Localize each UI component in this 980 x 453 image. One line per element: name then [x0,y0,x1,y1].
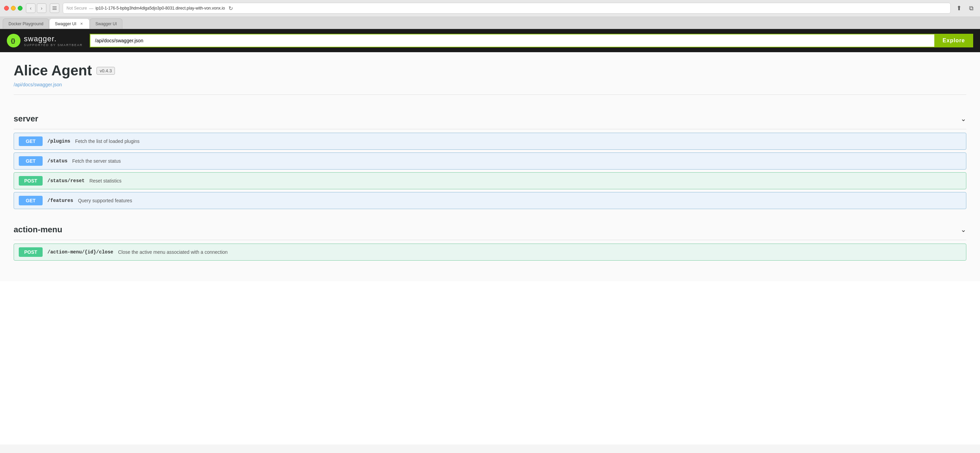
tab-bar: Docker Playground Swagger UI ✕ Swagger U… [0,16,980,29]
app-title-text: Alice Agent [14,62,92,79]
forward-button[interactable]: › [37,3,46,13]
reload-button[interactable]: ↻ [227,5,235,12]
endpoint-post-action-menu-close[interactable]: POST /action-menu/{id}/close Close the a… [14,244,966,261]
close-window-button[interactable] [4,6,9,11]
endpoint-path: /status/reset [48,178,84,183]
endpoint-path: /plugins [48,139,70,144]
swagger-content: Alice Agent v0.4.3 /api/docs/swagger.jso… [0,52,980,281]
method-badge-get: GET [19,196,43,205]
browser-chrome: ‹ › Not Secure — ip10-1-176-5-bpbg3hdm4d… [0,0,980,29]
nav-buttons: ‹ › [26,3,46,13]
endpoint-get-features[interactable]: GET /features Query supported features [14,192,966,209]
svg-text:{}: {} [11,38,15,44]
maximize-window-button[interactable] [18,6,22,11]
tab-swagger-ui-active[interactable]: Swagger UI ✕ [49,18,90,29]
tab-label: Swagger UI [55,21,76,26]
endpoint-desc: Query supported features [78,198,132,203]
section-server-chevron: ⌄ [961,115,966,123]
endpoint-desc: Fetch the list of loaded plugins [75,139,140,144]
tab-swagger-ui-2[interactable]: Swagger UI [90,18,123,29]
section-server: server ⌄ GET /plugins Fetch the list of … [14,108,966,209]
swagger-explore-button[interactable]: Explore [934,34,973,48]
back-button[interactable]: ‹ [26,3,35,13]
svg-rect-2 [52,9,57,10]
method-badge-get: GET [19,156,43,166]
browser-titlebar: ‹ › Not Secure — ip10-1-176-5-bpbg3hdm4d… [0,0,980,16]
endpoint-desc: Reset statistics [89,178,121,183]
tab-close-button[interactable]: ✕ [79,21,84,26]
section-action-menu: action-menu ⌄ POST /action-menu/{id}/clo… [14,219,966,261]
method-badge-post: POST [19,247,43,257]
swagger-header: {} swagger. Supported by SMARTBEAR Explo… [0,29,980,52]
section-action-menu-header[interactable]: action-menu ⌄ [14,219,966,240]
share-button[interactable]: ⬆ [954,3,964,13]
minimize-window-button[interactable] [11,6,16,11]
swagger-logo: {} swagger. Supported by SMARTBEAR [7,34,83,48]
app-title-section: Alice Agent v0.4.3 /api/docs/swagger.jso… [14,62,966,95]
not-secure-label: Not Secure [67,6,87,11]
endpoint-path: /status [48,158,67,164]
section-server-title: server [14,114,38,123]
endpoint-path: /features [48,198,73,203]
endpoint-desc: Fetch the server status [72,158,121,164]
address-text: ip10-1-176-5-bpbg3hdm4dlga5djo3p0-8031.d… [95,6,225,11]
traffic-lights [4,6,22,11]
swagger-icon: {} [7,34,21,48]
method-badge-get: GET [19,136,43,146]
browser-actions: ⬆ ⧉ [954,3,976,13]
sidebar-toggle-button[interactable] [50,3,59,13]
swagger-name: swagger. [24,35,83,43]
new-tab-button[interactable]: ⧉ [966,3,976,13]
endpoint-desc: Close the active menu associated with a … [118,249,228,255]
section-action-menu-chevron: ⌄ [961,225,966,234]
swagger-url-bar: Explore [90,34,973,48]
swagger-brand: swagger. Supported by SMARTBEAR [24,35,83,47]
endpoint-path: /action-menu/{id}/close [48,249,113,255]
svg-rect-0 [52,6,57,7]
app-json-link[interactable]: /api/docs/swagger.json [14,82,62,87]
swagger-sub: Supported by SMARTBEAR [24,43,83,47]
tab-label: Swagger UI [95,21,117,26]
svg-rect-1 [52,8,57,8]
method-badge-post: POST [19,176,43,185]
endpoint-post-status-reset[interactable]: POST /status/reset Reset statistics [14,172,966,189]
version-badge: v0.4.3 [97,67,115,75]
tab-docker-playground[interactable]: Docker Playground [3,18,49,29]
endpoint-get-plugins[interactable]: GET /plugins Fetch the list of loaded pl… [14,133,966,150]
app-title: Alice Agent v0.4.3 [14,62,966,79]
tab-label: Docker Playground [8,21,43,26]
address-bar[interactable]: Not Secure — ip10-1-176-5-bpbg3hdm4dlga5… [63,3,951,14]
swagger-app: {} swagger. Supported by SMARTBEAR Explo… [0,29,980,445]
section-action-menu-title: action-menu [14,225,62,234]
section-server-header[interactable]: server ⌄ [14,108,966,129]
endpoint-get-status[interactable]: GET /status Fetch the server status [14,153,966,169]
swagger-url-input[interactable] [90,34,935,48]
